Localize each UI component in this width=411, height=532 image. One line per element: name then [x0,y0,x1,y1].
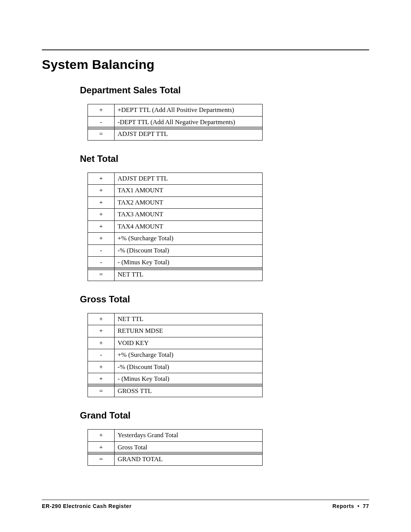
label-cell: -% (Discount Total) [115,244,263,257]
op-cell: + [88,361,115,373]
label-cell: GROSS TTL [115,385,263,397]
op-cell: - [88,244,115,257]
label-cell: -% (Discount Total) [115,361,263,373]
page: System Balancing Department Sales Total+… [0,0,411,466]
footer: ER-290 Electronic Cash Register Reports … [42,500,369,509]
op-cell: + [88,220,115,233]
op-cell: + [88,173,115,185]
result-row: =GROSS TTL [88,385,263,397]
table-row: -+% (Surcharge Total) [88,349,263,361]
label-cell: RETURN MDSE [115,325,263,337]
table-row: +-% (Discount Total) [88,361,263,373]
op-cell: = [88,385,115,397]
table-row: +Gross Total [88,441,263,454]
page-title: System Balancing [42,57,369,72]
table-row: --DEPT TTL (Add All Negative Departments… [88,116,263,128]
label-cell: TAX4 AMOUNT [115,220,263,233]
label-cell: - (Minus Key Total) [115,373,263,385]
label-cell: +DEPT TTL (Add All Positive Departments) [115,104,263,117]
table-row: +Yesterdays Grand Total [88,430,263,442]
op-cell: + [88,233,115,245]
section: Gross Total+NET TTL+RETURN MDSE+VOID KEY… [42,294,369,398]
top-rule [42,50,369,50]
calc-table: ++DEPT TTL (Add All Positive Departments… [88,104,263,141]
op-cell: - [88,349,115,361]
footer-right: Reports • 77 [333,503,369,509]
label-cell: - (Minus Key Total) [115,257,263,269]
result-row: =NET TTL [88,269,263,281]
op-cell: + [88,313,115,325]
table-row: +VOID KEY [88,337,263,349]
label-cell: NET TTL [115,313,263,325]
op-cell: = [88,454,115,466]
op-cell: + [88,337,115,349]
calc-table: +ADJST DEPT TTL+TAX1 AMOUNT+TAX2 AMOUNT+… [88,173,263,281]
table-row: +TAX4 AMOUNT [88,220,263,233]
op-cell: = [88,269,115,281]
label-cell: ADJST DEPT TTL [115,128,263,141]
table-row: +- (Minus Key Total) [88,373,263,385]
table-row: +RETURN MDSE [88,325,263,337]
section-heading: Grand Total [80,410,369,421]
op-cell: + [88,209,115,221]
table-row: ++DEPT TTL (Add All Positive Departments… [88,104,263,117]
op-cell: + [88,104,115,117]
op-cell: + [88,430,115,442]
section: Grand Total+Yesterdays Grand Total+Gross… [42,410,369,466]
op-cell: + [88,441,115,454]
label-cell: +% (Surcharge Total) [115,349,263,361]
table-row: +NET TTL [88,313,263,325]
op-cell: + [88,197,115,209]
section-heading: Net Total [80,153,369,164]
table-row: -- (Minus Key Total) [88,257,263,269]
section-heading: Department Sales Total [80,85,369,96]
op-cell: + [88,373,115,385]
label-cell: -DEPT TTL (Add All Negative Departments) [115,116,263,128]
label-cell: +% (Surcharge Total) [115,233,263,245]
label-cell: VOID KEY [115,337,263,349]
result-row: =ADJST DEPT TTL [88,128,263,141]
footer-left: ER-290 Electronic Cash Register [42,503,132,509]
op-cell: + [88,325,115,337]
label-cell: GRAND TOTAL [115,454,263,466]
table-row: +TAX3 AMOUNT [88,209,263,221]
op-cell: - [88,116,115,128]
table-row: --% (Discount Total) [88,244,263,257]
section-heading: Gross Total [80,294,369,305]
section: Department Sales Total++DEPT TTL (Add Al… [42,85,369,141]
table-row: +TAX2 AMOUNT [88,197,263,209]
label-cell: TAX1 AMOUNT [115,185,263,197]
op-cell: - [88,257,115,269]
label-cell: ADJST DEPT TTL [115,173,263,185]
section: Net Total+ADJST DEPT TTL+TAX1 AMOUNT+TAX… [42,153,369,281]
op-cell: = [88,128,115,141]
label-cell: NET TTL [115,269,263,281]
label-cell: TAX2 AMOUNT [115,197,263,209]
table-row: ++% (Surcharge Total) [88,233,263,245]
result-row: =GRAND TOTAL [88,454,263,466]
table-row: +ADJST DEPT TTL [88,173,263,185]
calc-table: +Yesterdays Grand Total+Gross Total=GRAN… [88,429,263,466]
label-cell: Yesterdays Grand Total [115,430,263,442]
op-cell: + [88,185,115,197]
label-cell: Gross Total [115,441,263,454]
table-row: +TAX1 AMOUNT [88,185,263,197]
calc-table: +NET TTL+RETURN MDSE+VOID KEY-+% (Surcha… [88,313,263,398]
label-cell: TAX3 AMOUNT [115,209,263,221]
